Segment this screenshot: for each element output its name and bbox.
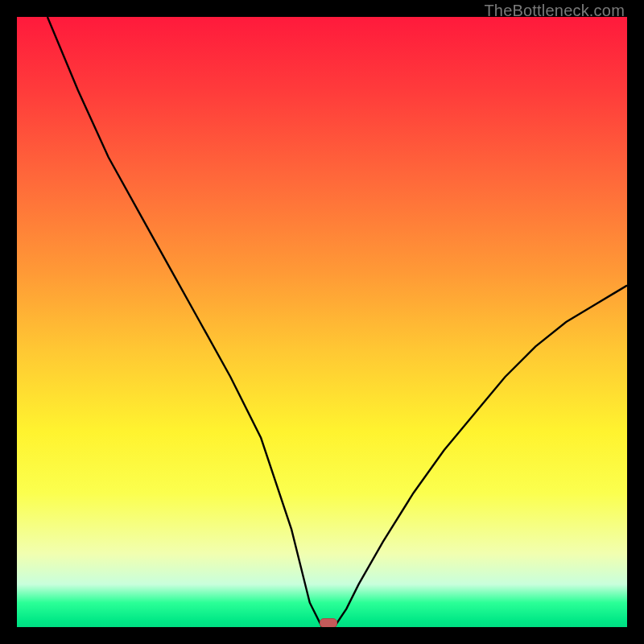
- current-value-marker: [320, 618, 337, 627]
- bottleneck-curve-path: [47, 17, 627, 627]
- bottleneck-curve-svg: [17, 17, 627, 627]
- chart-plot-area: [17, 17, 627, 627]
